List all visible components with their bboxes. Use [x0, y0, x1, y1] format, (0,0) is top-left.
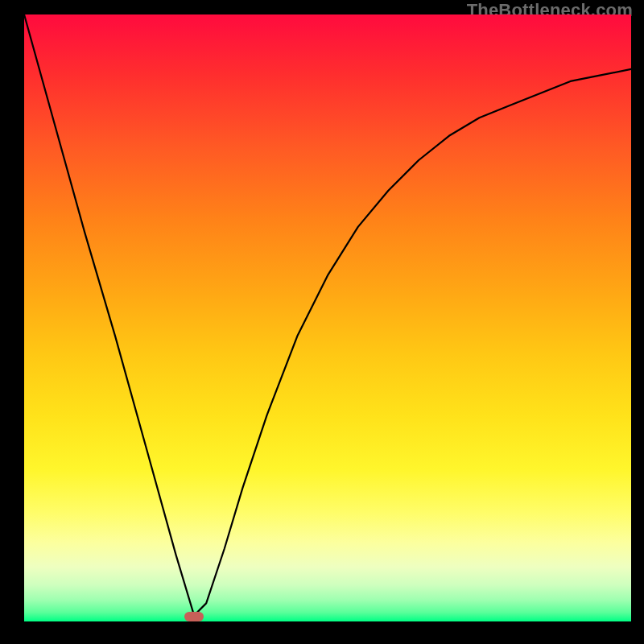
curve-layer — [24, 14, 631, 621]
chart-frame: TheBottleneck.com — [0, 0, 644, 644]
bottleneck-curve — [24, 14, 631, 616]
optimal-marker — [184, 612, 204, 621]
plot-area — [24, 14, 631, 621]
